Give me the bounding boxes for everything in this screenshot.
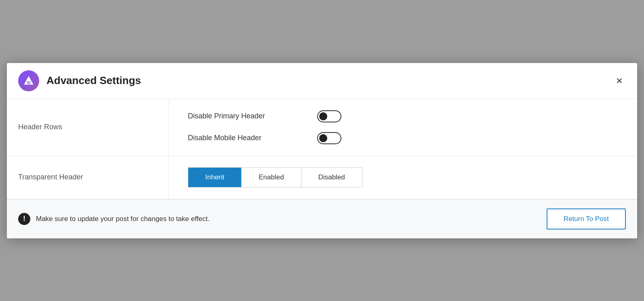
disable-mobile-header-row: Disable Mobile Header xyxy=(188,132,618,144)
disabled-button[interactable]: Disabled xyxy=(301,168,362,187)
disable-primary-header-label: Disable Primary Header xyxy=(188,112,301,120)
enabled-button[interactable]: Enabled xyxy=(242,168,301,187)
disable-mobile-header-label: Disable Mobile Header xyxy=(188,134,301,142)
transparent-header-label: Transparent Header xyxy=(7,156,168,199)
inherit-button[interactable]: Inherit xyxy=(188,168,242,187)
modal-header: Advanced Settings × xyxy=(7,63,637,99)
modal-overlay: Advanced Settings × Header Rows Disable … xyxy=(0,0,644,301)
notice-icon: ! xyxy=(18,213,30,225)
footer-notice: ! Make sure to update your post for chan… xyxy=(18,213,210,225)
modal-dialog: Advanced Settings × Header Rows Disable … xyxy=(7,63,637,238)
header-rows-section: Header Rows Disable Primary Header xyxy=(7,99,637,156)
close-button[interactable]: × xyxy=(613,74,626,88)
transparent-header-content: Inherit Enabled Disabled xyxy=(168,156,637,199)
transparent-header-btn-group: Inherit Enabled Disabled xyxy=(188,167,362,187)
header-rows-label: Header Rows xyxy=(7,99,168,156)
modal-footer: ! Make sure to update your post for chan… xyxy=(7,199,637,238)
notice-text: Make sure to update your post for change… xyxy=(36,215,210,223)
disable-primary-header-row: Disable Primary Header xyxy=(188,110,618,122)
disable-mobile-header-toggle[interactable] xyxy=(317,132,341,144)
return-to-post-button[interactable]: Return To Post xyxy=(547,208,626,229)
app-logo xyxy=(18,70,39,91)
disable-primary-header-toggle[interactable] xyxy=(317,110,341,122)
transparent-header-section: Transparent Header Inherit Enabled Disab… xyxy=(7,156,637,199)
header-rows-content: Disable Primary Header Disable Mobile He… xyxy=(168,99,637,156)
modal-title: Advanced Settings xyxy=(46,74,613,87)
modal-body: Header Rows Disable Primary Header xyxy=(7,99,637,199)
